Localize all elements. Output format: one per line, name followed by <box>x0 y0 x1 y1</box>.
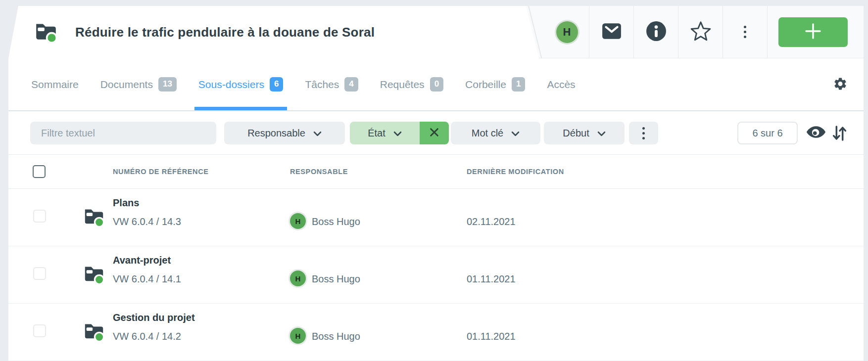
tab-label: Accès <box>547 79 575 90</box>
mail-icon <box>601 21 622 44</box>
content-card: Réduire le trafic pendulaire à la douane… <box>8 6 864 361</box>
filter-mot-cle[interactable]: Mot clé <box>451 122 540 144</box>
row-title: Avant-projet <box>113 255 171 266</box>
tab-acces[interactable]: Accès <box>547 58 575 110</box>
mail-button[interactable] <box>589 6 634 58</box>
tab-badge: 6 <box>270 77 283 91</box>
info-button[interactable] <box>634 6 678 58</box>
filter-etat-group: État <box>350 122 449 144</box>
folder-icon <box>34 19 58 45</box>
row-reference: VW 6.0.4 / 14.1 <box>113 273 181 285</box>
row-reference: VW 6.0.4 / 14.3 <box>113 216 181 227</box>
text-filter-input[interactable] <box>30 122 216 144</box>
kebab-icon <box>642 127 645 139</box>
page-title: Réduire le trafic pendulaire à la douane… <box>75 25 375 40</box>
filter-label: État <box>368 128 386 139</box>
table-row[interactable]: Avant-projet VW 6.0.4 / 14.1 H Boss Hugo… <box>8 246 864 304</box>
view-button[interactable] <box>806 125 826 140</box>
chevron-down-icon <box>511 128 520 139</box>
folder-icon <box>83 205 105 229</box>
table-row[interactable]: Plans VW 6.0.4 / 14.3 H Boss Hugo 02.11.… <box>8 189 864 246</box>
result-count: 6 sur 6 <box>737 122 798 144</box>
table-row[interactable]: Gestion du projet VW 6.0.4 / 14.2 H Boss… <box>8 304 864 361</box>
row-title: Plans <box>113 197 139 209</box>
folder-icon <box>83 262 105 287</box>
column-header-reference: NUMÉRO DE RÉFÉRENCE <box>113 168 208 176</box>
tab-badge: 4 <box>344 77 358 91</box>
select-all-checkbox[interactable] <box>33 165 46 178</box>
row-reference: VW 6.0.4 / 14.2 <box>113 331 181 342</box>
filter-etat-clear-button[interactable] <box>420 122 449 144</box>
avatar: H <box>290 328 306 344</box>
plus-icon <box>803 21 823 43</box>
tab-documents[interactable]: Documents 13 <box>100 58 177 110</box>
close-icon <box>429 127 439 139</box>
favorite-button[interactable] <box>678 6 723 58</box>
tab-label: Documents <box>100 79 153 90</box>
folder-icon <box>83 319 105 344</box>
tab-bar: Sommaire Documents 13 Sous-dossiers 6 Tâ… <box>8 58 864 111</box>
column-header-responsable: RESPONSABLE <box>290 168 348 176</box>
tab-label: Corbeille <box>465 79 506 90</box>
star-icon <box>690 20 712 44</box>
row-modified-date: 02.11.2021 <box>467 216 516 227</box>
avatar: H <box>290 213 306 229</box>
tab-label: Sous-dossiers <box>198 79 264 90</box>
kebab-icon <box>744 26 746 38</box>
filter-bar: Responsable État Mot clé <box>8 111 864 155</box>
tab-badge: 13 <box>158 77 177 91</box>
tab-sommaire[interactable]: Sommaire <box>31 58 79 110</box>
chevron-down-icon <box>597 128 606 139</box>
more-filters-button[interactable] <box>629 122 658 144</box>
row-modified-date: 01.11.2021 <box>467 331 516 342</box>
table-header: NUMÉRO DE RÉFÉRENCE RESPONSABLE DERNIÈRE… <box>8 155 864 189</box>
tab-label: Tâches <box>305 79 339 90</box>
user-avatar-button[interactable]: H <box>545 6 589 58</box>
sort-icon <box>832 135 847 143</box>
row-responsable: Boss Hugo <box>312 216 360 227</box>
avatar: H <box>290 271 306 286</box>
chevron-down-icon <box>393 128 402 139</box>
tab-label: Requêtes <box>380 79 425 90</box>
filter-label: Début <box>563 128 589 139</box>
avatar: H <box>556 21 578 43</box>
tab-label: Sommaire <box>31 79 79 90</box>
row-checkbox[interactable] <box>33 324 46 337</box>
row-title: Gestion du projet <box>113 312 195 323</box>
settings-button[interactable] <box>833 76 848 92</box>
info-icon <box>646 21 667 44</box>
tab-badge: 0 <box>430 77 443 91</box>
tab-corbeille[interactable]: Corbeille 1 <box>465 58 525 110</box>
column-header-modified: DERNIÈRE MODIFICATION <box>467 168 564 176</box>
header: Réduire le trafic pendulaire à la douane… <box>8 6 864 58</box>
row-responsable: Boss Hugo <box>312 331 360 342</box>
filter-label: Responsable <box>247 128 305 139</box>
header-actions-panel: H <box>526 6 864 58</box>
chevron-down-icon <box>313 128 322 139</box>
sort-button[interactable] <box>832 125 847 143</box>
row-responsable: Boss Hugo <box>312 273 360 285</box>
gear-icon <box>833 85 848 92</box>
row-checkbox[interactable] <box>33 210 46 223</box>
tab-taches[interactable]: Tâches 4 <box>305 58 358 110</box>
filter-etat[interactable]: État <box>350 122 420 144</box>
filter-debut[interactable]: Début <box>544 122 625 144</box>
add-button[interactable] <box>778 17 848 47</box>
tab-sous-dossiers[interactable]: Sous-dossiers 6 <box>198 58 284 110</box>
filter-responsable[interactable]: Responsable <box>224 122 345 144</box>
more-actions-button[interactable] <box>723 6 768 58</box>
eye-icon <box>806 133 826 140</box>
tab-badge: 1 <box>512 77 525 91</box>
row-checkbox[interactable] <box>33 267 46 280</box>
tab-requetes[interactable]: Requêtes 0 <box>380 58 443 110</box>
row-modified-date: 01.11.2021 <box>467 273 516 285</box>
filter-label: Mot clé <box>472 128 503 139</box>
